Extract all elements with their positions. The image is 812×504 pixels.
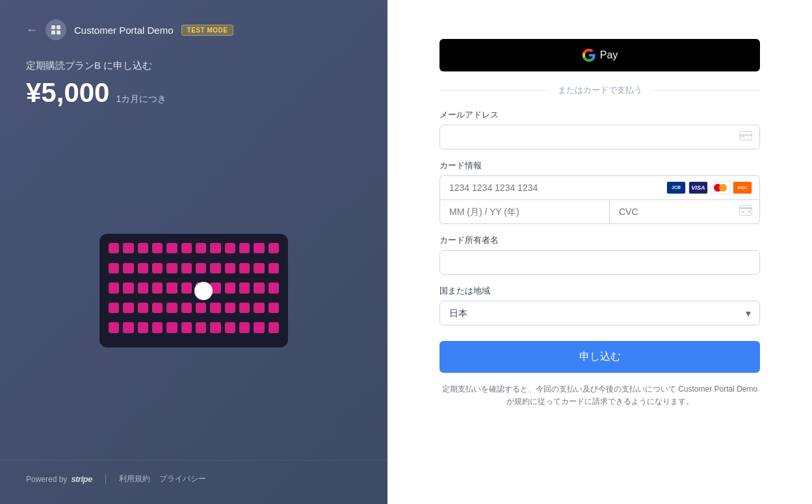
dot-cell bbox=[196, 322, 206, 333]
dot-cell bbox=[152, 283, 163, 293]
left-panel: ← Customer Portal Demo TEST MODE 定期購読プラン… bbox=[0, 0, 387, 504]
card-info-group: カード情報 JCB VISA DISC bbox=[439, 160, 760, 224]
dot-cell bbox=[181, 322, 192, 333]
card-bottom-row bbox=[439, 199, 760, 224]
dot-cell bbox=[239, 322, 250, 333]
divider-left bbox=[439, 90, 550, 91]
expiry-input[interactable] bbox=[439, 199, 609, 224]
back-button[interactable]: ← bbox=[26, 23, 38, 37]
dot-cell bbox=[239, 243, 250, 253]
cardholder-group: カード所有者名 bbox=[439, 234, 760, 275]
cvc-input[interactable] bbox=[609, 199, 760, 224]
card-number-row: JCB VISA DISC bbox=[439, 175, 760, 199]
email-label: メールアドレス bbox=[439, 109, 760, 121]
dot-cell bbox=[239, 263, 250, 273]
discover-icon: DISC bbox=[733, 181, 752, 194]
dot-cell bbox=[254, 303, 264, 313]
footer-divider bbox=[105, 474, 106, 485]
card-icons: JCB VISA DISC bbox=[666, 181, 752, 194]
cvc-wrapper bbox=[609, 199, 760, 224]
dot-cell bbox=[138, 283, 148, 293]
svg-rect-9 bbox=[741, 211, 744, 212]
terms-link[interactable]: 利用規約 bbox=[119, 473, 150, 485]
jcb-icon: JCB bbox=[666, 181, 686, 194]
visa-icon: VISA bbox=[688, 181, 708, 194]
svg-rect-2 bbox=[51, 31, 55, 34]
dot-cell bbox=[109, 303, 119, 313]
autofill-icon bbox=[739, 131, 752, 143]
svg-rect-8 bbox=[739, 207, 752, 209]
dot-cell bbox=[225, 303, 235, 313]
dot-cell bbox=[254, 263, 264, 273]
dot-cell bbox=[268, 263, 279, 273]
gpay-text: Pay bbox=[600, 49, 618, 61]
submit-button[interactable]: 申し込む bbox=[439, 341, 760, 373]
portal-icon bbox=[46, 19, 66, 40]
dot-cell bbox=[239, 283, 250, 293]
divider-right bbox=[650, 90, 761, 91]
dot-cell bbox=[123, 243, 133, 253]
dot-cell bbox=[166, 322, 177, 333]
footer-links: 利用規約 プライバシー bbox=[119, 473, 206, 485]
dot-cell bbox=[152, 243, 163, 253]
country-label: 国または地域 bbox=[439, 285, 760, 297]
card-info-label: カード情報 bbox=[439, 160, 760, 171]
plan-info: 定期購読プランB に申し込む ¥5,000 1カ月につき bbox=[0, 53, 387, 121]
dot-cell bbox=[210, 303, 220, 313]
dot-cell bbox=[196, 243, 206, 253]
dot-cell bbox=[210, 322, 220, 333]
dot-cell bbox=[152, 303, 163, 313]
email-group: メールアドレス bbox=[439, 109, 760, 149]
dot-cell bbox=[138, 322, 148, 333]
dot-cell bbox=[152, 322, 163, 333]
terms-text: 定期支払いを確認すると、今回の支払い及び今後の支払いについて Customer … bbox=[439, 383, 760, 408]
dot-cell bbox=[239, 303, 250, 313]
dot-cell bbox=[138, 243, 148, 253]
dot-cell bbox=[254, 322, 264, 333]
email-input[interactable] bbox=[439, 125, 760, 149]
dot-cell bbox=[181, 263, 192, 273]
svg-rect-1 bbox=[57, 25, 60, 29]
svg-rect-0 bbox=[51, 25, 55, 29]
gpay-button[interactable]: Pay bbox=[439, 39, 760, 71]
country-select[interactable]: 日本 アメリカ イギリス フランス bbox=[439, 301, 760, 325]
divider-row: またはカードで支払う bbox=[439, 84, 760, 96]
country-group: 国または地域 日本 アメリカ イギリス フランス ▾ bbox=[439, 285, 760, 325]
google-g-icon bbox=[582, 48, 596, 62]
card-visual-container bbox=[0, 121, 387, 460]
mastercard-icon bbox=[711, 181, 730, 194]
dot-cell bbox=[123, 283, 133, 293]
dot-cell bbox=[181, 303, 192, 313]
dot-cell bbox=[181, 283, 192, 293]
dot-cell bbox=[109, 243, 119, 253]
svg-rect-6 bbox=[740, 136, 744, 138]
cardholder-label: カード所有者名 bbox=[439, 234, 760, 246]
dot-cell bbox=[123, 303, 133, 313]
dot-cell bbox=[123, 263, 133, 273]
dot-cell bbox=[166, 263, 177, 273]
country-select-wrapper: 日本 アメリカ イギリス フランス ▾ bbox=[439, 301, 760, 325]
plan-price: ¥5,000 bbox=[26, 77, 109, 108]
plan-period: 1カ月につき bbox=[116, 94, 166, 105]
right-panel: Pay またはカードで支払う メールアドレス カード情報 JCB VISA bbox=[387, 0, 812, 504]
dot-cell bbox=[268, 303, 279, 313]
dot-cell bbox=[225, 243, 235, 253]
cvc-help-icon bbox=[739, 205, 752, 218]
dot-cell bbox=[225, 283, 235, 293]
dot-cell bbox=[152, 263, 163, 273]
svg-rect-3 bbox=[57, 31, 60, 34]
dot-cell bbox=[166, 243, 177, 253]
plan-price-row: ¥5,000 1カ月につき bbox=[26, 77, 361, 108]
dot-cell bbox=[196, 263, 206, 273]
powered-by-label: Powered by bbox=[26, 475, 67, 484]
cardholder-input[interactable] bbox=[439, 250, 760, 275]
privacy-link[interactable]: プライバシー bbox=[159, 473, 206, 485]
dot-cell bbox=[109, 322, 119, 333]
dot-cell bbox=[268, 243, 279, 253]
dot-cell bbox=[109, 283, 119, 293]
left-footer: Powered by stripe 利用規約 プライバシー bbox=[0, 460, 387, 504]
dot-cell bbox=[225, 322, 235, 333]
dot-cell bbox=[181, 243, 192, 253]
stripe-logo: stripe bbox=[71, 474, 92, 484]
dot-cell bbox=[109, 263, 119, 273]
